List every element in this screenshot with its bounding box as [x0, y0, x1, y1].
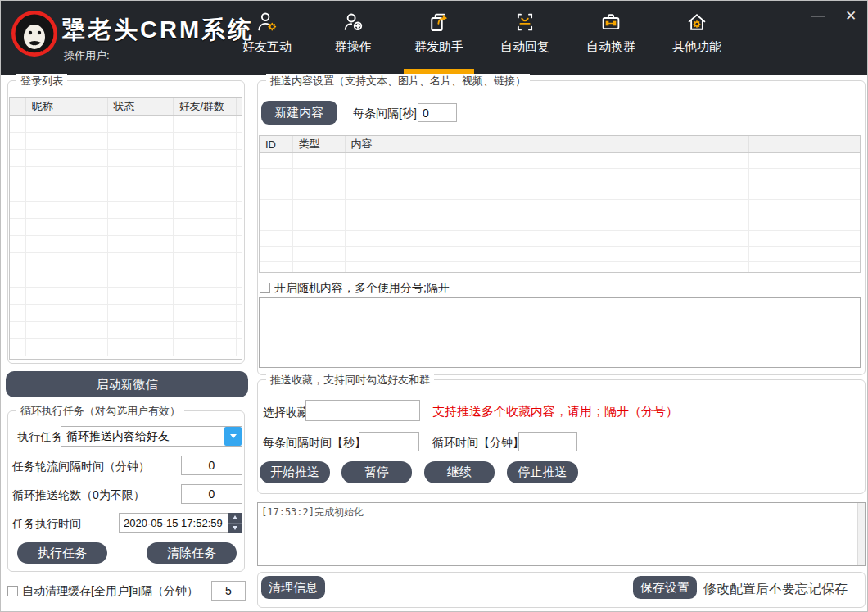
save-settings-button[interactable]: 保存设置	[633, 576, 697, 599]
table-row[interactable]	[260, 215, 861, 231]
log-scrollbar[interactable]	[857, 503, 865, 565]
loop-rounds-input[interactable]	[181, 484, 242, 504]
column-header-friend-count[interactable]: 好友/群数	[173, 98, 236, 116]
cycle-time-input[interactable]	[518, 432, 577, 451]
table-cell	[260, 184, 292, 200]
content-textarea[interactable]	[259, 297, 861, 368]
close-button[interactable]: ✕	[838, 4, 864, 27]
nav-item-other-functions[interactable]: 其他功能	[660, 8, 734, 67]
table-row[interactable]	[260, 262, 861, 274]
new-content-button[interactable]: 新建内容	[261, 101, 337, 125]
table-cell	[748, 231, 861, 247]
table-cell	[107, 150, 173, 167]
select-favorite-input[interactable]	[305, 400, 420, 421]
table-row[interactable]	[10, 167, 242, 184]
checkbox-column-header[interactable]	[10, 98, 25, 116]
task-select[interactable]: 循环推送内容给好友	[61, 426, 242, 447]
task-label: 执行任务	[17, 430, 63, 445]
table-cell	[10, 133, 25, 150]
table-row[interactable]	[260, 247, 861, 262]
table-cell	[173, 219, 236, 236]
table-row[interactable]	[10, 253, 242, 270]
table-cell	[107, 270, 173, 288]
table-cell	[260, 262, 292, 274]
execute-task-button[interactable]: 执行任务	[17, 542, 107, 564]
cache-interval-label: 间隔（分钟）	[129, 584, 198, 599]
table-cell	[748, 200, 861, 215]
column-header-id[interactable]: ID	[260, 136, 292, 153]
table-cell	[107, 202, 173, 219]
favorite-interval-input[interactable]	[359, 432, 419, 451]
exec-time-input[interactable]	[119, 513, 228, 533]
clear-task-button[interactable]: 清除任务	[147, 542, 237, 564]
cache-interval-input[interactable]	[211, 581, 246, 601]
minimize-button[interactable]: —	[805, 4, 831, 27]
table-cell	[107, 322, 173, 339]
auto-clean-cache-checkbox[interactable]	[7, 586, 18, 596]
nav-item-friend-interaction[interactable]: 好友互动	[230, 8, 304, 67]
spinner-up-icon[interactable]	[228, 513, 242, 524]
column-header-status[interactable]: 状态	[107, 98, 173, 116]
nav-item-auto-switch-group[interactable]: 自动换群	[574, 8, 648, 67]
start-new-wechat-button[interactable]: 启动新微信	[6, 371, 248, 397]
column-header-content[interactable]: 内容	[345, 136, 748, 153]
table-row[interactable]	[260, 200, 861, 215]
table-cell	[25, 253, 107, 270]
table-cell	[25, 305, 107, 322]
table-cell	[236, 133, 242, 150]
content-table: ID 类型 内容	[260, 136, 861, 273]
table-row[interactable]	[10, 339, 242, 356]
table-cell	[25, 270, 107, 288]
table-row[interactable]	[10, 116, 242, 133]
table-row[interactable]	[10, 322, 242, 339]
loop-rounds-label: 循环推送轮数（0为不限）	[12, 488, 145, 503]
table-cell	[10, 150, 25, 167]
round-interval-input[interactable]	[181, 456, 242, 475]
table-cell	[173, 184, 236, 202]
table-row[interactable]	[260, 231, 861, 247]
column-header-nickname[interactable]: 昵称	[25, 98, 107, 116]
table-row[interactable]	[10, 202, 242, 219]
chevron-down-icon[interactable]	[224, 427, 242, 446]
content-table-header-row: ID 类型 内容	[260, 136, 861, 153]
clear-log-button[interactable]: 清理信息	[261, 576, 325, 599]
table-row[interactable]	[10, 270, 242, 288]
spinner-down-icon[interactable]	[228, 524, 242, 533]
table-row[interactable]	[260, 184, 861, 200]
table-row[interactable]	[260, 153, 861, 169]
table-cell	[10, 116, 25, 133]
table-cell	[236, 167, 242, 184]
start-push-button[interactable]: 开始推送	[260, 461, 330, 483]
table-cell	[10, 322, 25, 339]
table-cell	[292, 169, 345, 184]
login-table-header-row: 昵称 状态 好友/群数	[10, 98, 242, 116]
table-cell	[25, 339, 107, 356]
table-row[interactable]	[10, 288, 242, 305]
table-row[interactable]	[10, 219, 242, 236]
pause-button[interactable]: 暂停	[341, 461, 412, 483]
column-header-type[interactable]: 类型	[292, 136, 345, 153]
table-cell	[10, 202, 25, 219]
nav-item-auto-reply[interactable]: 自动回复	[488, 8, 562, 67]
table-row[interactable]	[10, 184, 242, 202]
table-row[interactable]	[10, 150, 242, 167]
nav-item-group-ops[interactable]: 群操作	[316, 8, 390, 67]
random-content-label: 开启随机内容，多个使用分号;隔开	[274, 281, 450, 296]
exec-time-spinner[interactable]	[228, 513, 242, 533]
table-row[interactable]	[260, 169, 861, 184]
nav-label: 群发助手	[414, 39, 463, 55]
table-row[interactable]	[10, 236, 242, 253]
toolbox-icon	[599, 8, 623, 36]
random-content-checkbox[interactable]	[260, 283, 270, 293]
table-cell	[173, 116, 236, 133]
nav-item-mass-send[interactable]: 群发助手	[402, 8, 476, 67]
favorite-hint-text: 支持推送多个收藏内容，请用；隔开（分号）	[432, 404, 678, 419]
table-cell	[260, 153, 292, 169]
select-favorite-label: 选择收藏	[263, 406, 309, 420]
table-row[interactable]	[10, 133, 242, 150]
stop-push-button[interactable]: 停止推送	[507, 461, 578, 483]
table-row[interactable]	[10, 305, 242, 322]
table-cell	[107, 219, 173, 236]
resume-button[interactable]: 继续	[424, 461, 495, 483]
per-item-interval-input[interactable]	[418, 103, 457, 122]
